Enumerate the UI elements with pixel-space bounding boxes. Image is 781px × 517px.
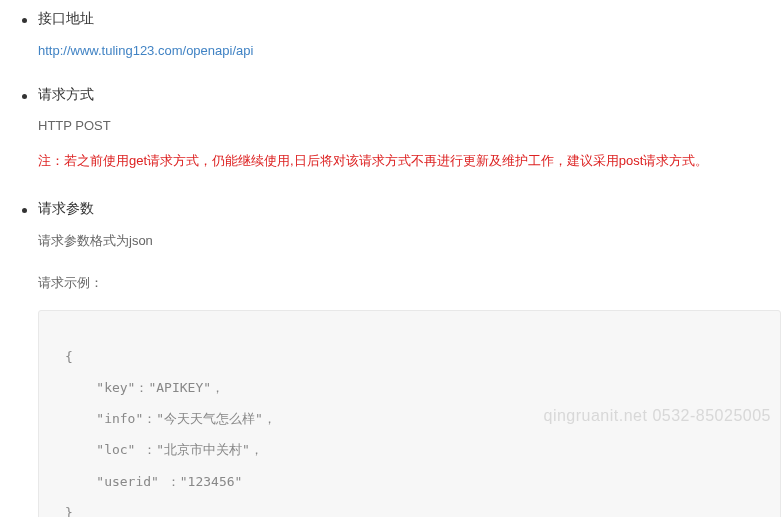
code-line: "loc" ："北京市中关村"，: [65, 434, 754, 465]
api-doc-content: 接口地址 http://www.tuling123.com/openapi/ap…: [0, 0, 781, 517]
bullet-row: 接口地址: [0, 10, 781, 28]
bullet-icon: [22, 208, 27, 213]
section-body-endpoint: http://www.tuling123.com/openapi/api: [0, 42, 781, 58]
code-line: }: [65, 497, 754, 517]
section-title-method: 请求方式: [38, 86, 94, 104]
example-label: 请求示例：: [38, 274, 781, 292]
section-title-endpoint: 接口地址: [38, 10, 94, 28]
section-body-method: HTTP POST 注：若之前使用get请求方式，仍能继续使用,日后将对该请求方…: [0, 118, 781, 172]
bullet-row: 请求参数: [0, 200, 781, 218]
section-method: 请求方式 HTTP POST 注：若之前使用get请求方式，仍能继续使用,日后将…: [0, 86, 781, 172]
bullet-icon: [22, 18, 27, 23]
code-line: "key"："APIKEY"，: [65, 372, 754, 403]
section-body-params: 请求参数格式为json 请求示例：: [0, 232, 781, 292]
code-line: "userid" ："123456": [65, 466, 754, 497]
bullet-row: 请求方式: [0, 86, 781, 104]
method-note: 注：若之前使用get请求方式，仍能继续使用,日后将对该请求方式不再进行更新及维护…: [38, 151, 781, 172]
section-params: 请求参数 请求参数格式为json 请求示例： { "key"："APIKEY"，…: [0, 200, 781, 517]
section-endpoint: 接口地址 http://www.tuling123.com/openapi/ap…: [0, 10, 781, 58]
api-url-link[interactable]: http://www.tuling123.com/openapi/api: [38, 43, 253, 58]
bullet-icon: [22, 94, 27, 99]
watermark-text: qingruanit.net 0532-85025005: [543, 407, 771, 425]
code-line: {: [65, 341, 754, 372]
http-method-text: HTTP POST: [38, 118, 781, 133]
section-title-params: 请求参数: [38, 200, 94, 218]
param-format-text: 请求参数格式为json: [38, 232, 781, 250]
